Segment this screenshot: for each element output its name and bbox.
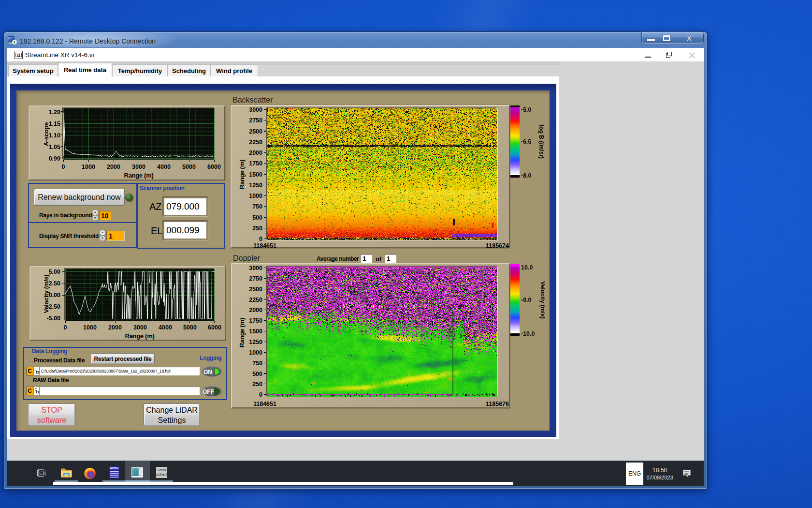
svg-text:OFF: OFF [203,388,214,395]
svg-text:ON: ON [203,369,212,375]
svg-text:X: X [686,34,692,42]
svg-text:Scan: Scan [157,468,166,472]
svg-text:METEK: METEK [110,467,119,470]
svg-text:sched: sched [156,472,166,477]
